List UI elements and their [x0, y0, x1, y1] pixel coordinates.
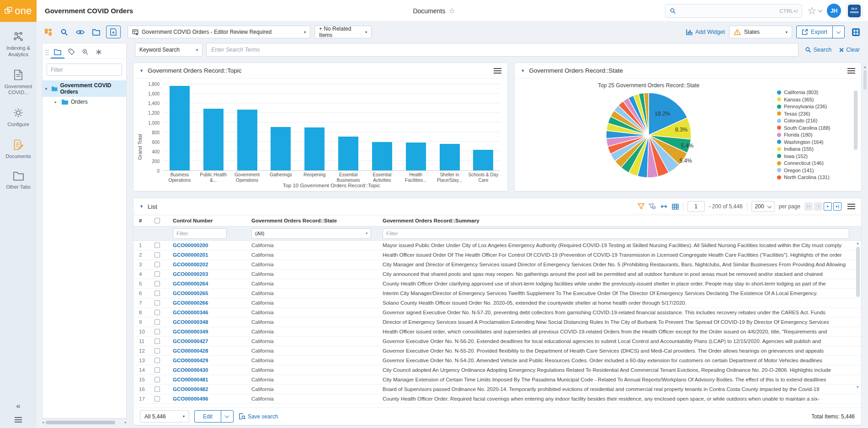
scrollbar-thumb[interactable] — [46, 421, 115, 424]
row-checkbox[interactable] — [154, 271, 160, 277]
last-page-button[interactable]: ▸ — [833, 202, 841, 211]
state-filter-selector[interactable]: (All) ▾ — [251, 228, 371, 239]
control-number-link[interactable]: GCO00000346 — [173, 310, 251, 315]
control-number-filter-input[interactable] — [173, 228, 227, 239]
row-checkbox[interactable] — [154, 377, 160, 382]
column-header-control-number[interactable]: Control Number — [173, 218, 251, 223]
row-checkbox[interactable] — [154, 252, 160, 258]
legend-item-south-carolina[interactable]: South Carolina (188) — [777, 125, 854, 131]
selection-scope-selector[interactable]: All 5,446 ▾ — [140, 410, 189, 423]
scrollbar-thumb[interactable] — [856, 247, 860, 297]
row-checkbox[interactable] — [154, 310, 160, 315]
control-number-link[interactable]: GCO00000348 — [173, 319, 251, 325]
sidebar-item-other-tabs[interactable]: Other Tabs — [1, 171, 36, 190]
legend-item-washington[interactable]: Washington (164) — [777, 139, 854, 145]
control-number-link[interactable]: GCO00000481 — [173, 377, 251, 382]
browser-horizontal-scrollbar[interactable]: ◂ ▸ — [42, 419, 127, 425]
bar-3[interactable] — [271, 127, 291, 171]
control-number-link[interactable]: GCO00000482 — [173, 386, 251, 392]
bar-0[interactable] — [170, 86, 190, 170]
favorites-menu[interactable]: ☆ — [807, 6, 822, 16]
panel-menu-icon[interactable] — [847, 68, 855, 74]
brand-logo[interactable]: DLA PIPER — [846, 3, 863, 19]
related-items-selector[interactable]: + No Related Items ▾ — [314, 26, 372, 38]
row-checkbox[interactable] — [154, 338, 160, 344]
select-all-checkbox[interactable] — [154, 218, 160, 223]
row-checkbox[interactable] — [154, 262, 160, 267]
control-number-link[interactable]: GCO00000430 — [173, 367, 251, 373]
bar-1[interactable] — [203, 109, 224, 171]
column-header-summary[interactable]: Government Orders Record::Summary — [383, 218, 854, 223]
control-number-link[interactable]: GCO00000202 — [173, 262, 251, 267]
panel-menu-icon[interactable] — [494, 68, 501, 74]
column-header-state[interactable]: Government Orders Record::State — [251, 218, 383, 223]
control-number-link[interactable]: GCO00000429 — [173, 358, 251, 363]
control-number-link[interactable]: GCO00000264 — [173, 281, 251, 286]
grid-view-icon[interactable] — [672, 204, 679, 210]
control-number-link[interactable]: GCO00000201 — [173, 252, 251, 258]
bar-8[interactable] — [440, 144, 460, 170]
row-checkbox[interactable] — [154, 396, 160, 402]
per-page-selector[interactable]: 200 — [751, 201, 775, 212]
control-number-link[interactable]: GCO00000200 — [173, 243, 251, 248]
user-avatar[interactable]: JH — [827, 4, 841, 18]
search-mode-selector[interactable]: Keyword Search ▾ — [135, 43, 202, 57]
drag-handle-icon[interactable] — [45, 49, 49, 56]
row-checkbox[interactable] — [154, 367, 160, 373]
tree-expand-icon[interactable]: ▾ — [45, 87, 49, 91]
control-number-link[interactable]: GCO00000265 — [173, 291, 251, 296]
collapse-rail-icon[interactable]: « — [16, 402, 20, 411]
scroll-up-icon[interactable]: ▲ — [863, 65, 867, 69]
row-checkbox[interactable] — [154, 281, 160, 286]
resize-columns-icon[interactable] — [660, 204, 668, 209]
control-number-link[interactable]: GCO00000266 — [173, 300, 251, 306]
legend-item-kansas[interactable]: Kansas (365) — [777, 97, 854, 102]
new-document-button[interactable] — [106, 26, 121, 38]
tab-tags[interactable] — [64, 46, 78, 58]
bar-5[interactable] — [338, 137, 358, 171]
search-panel-icon[interactable] — [58, 26, 70, 38]
column-header-number[interactable]: # — [133, 218, 154, 223]
legend-item-iowa[interactable]: Iowa (152) — [777, 153, 854, 159]
scroll-left-icon[interactable]: ◂ — [42, 420, 44, 424]
control-number-link[interactable]: GCO00000203 — [173, 271, 251, 277]
control-number-link[interactable]: GCO00000349 — [173, 329, 251, 334]
sidebar-item-indexing-analytics[interactable]: Indexing & Analytics — [1, 31, 36, 58]
row-checkbox[interactable] — [154, 329, 160, 334]
row-checkbox[interactable] — [154, 358, 160, 363]
collapse-panel-icon[interactable]: ▼ — [139, 204, 144, 209]
bar-6[interactable] — [372, 142, 392, 170]
bar-2[interactable] — [237, 110, 257, 171]
edit-button[interactable]: Edit — [195, 411, 221, 422]
list-menu-icon[interactable] — [847, 204, 855, 209]
legend-item-connecticut[interactable]: Connecticut (146) — [777, 160, 854, 166]
export-options-button[interactable] — [832, 26, 844, 38]
edit-options-button[interactable] — [221, 411, 233, 422]
legend-item-california[interactable]: California (803) — [777, 90, 854, 95]
row-checkbox[interactable] — [154, 291, 160, 296]
sidebar-item-government-covid[interactable]: Government COVID... — [1, 69, 36, 96]
search-terms-input[interactable] — [206, 43, 799, 57]
clear-button[interactable]: Clear — [839, 47, 860, 53]
view-eye-icon[interactable] — [74, 26, 86, 38]
scrollbar-thumb[interactable] — [854, 90, 857, 150]
state-pie-chart[interactable]: 18.2%8.3%5.4%5.4% — [603, 90, 694, 181]
legend-scrollbar[interactable] — [854, 90, 857, 188]
favorite-star-icon[interactable]: ☆ — [448, 7, 455, 15]
legend-item-indiana[interactable]: Indiana (155) — [777, 146, 854, 152]
next-page-button[interactable]: ▸ — [824, 202, 832, 211]
add-widget-button[interactable]: Add Widget — [686, 29, 725, 35]
saved-view-selector[interactable]: States ▾ — [729, 26, 792, 38]
tree-node-government-covid-orders[interactable]: ▾ Government COVID Orders — [43, 80, 126, 97]
control-number-link[interactable]: GCO00000428 — [173, 348, 251, 354]
scrollbar-thumb[interactable] — [863, 70, 867, 90]
dashboard-icon[interactable] — [42, 26, 54, 38]
global-search[interactable]: CTRL+/ — [665, 4, 802, 18]
tree-node-orders[interactable]: ▸ Orders — [43, 97, 126, 107]
scroll-right-icon[interactable]: ▸ — [125, 420, 127, 424]
first-page-button[interactable]: ◂ — [804, 202, 813, 211]
legend-item-pennsylvania[interactable]: Pennsylvania (236) — [777, 104, 854, 109]
widgets-grid-icon[interactable] — [850, 26, 862, 38]
collapse-panel-icon[interactable]: ▼ — [139, 69, 144, 73]
folder-filter-input[interactable] — [47, 63, 122, 76]
